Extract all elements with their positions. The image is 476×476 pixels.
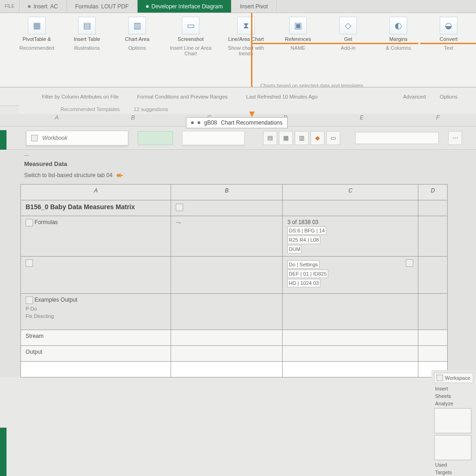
col-header[interactable]: A bbox=[19, 114, 95, 126]
col-header[interactable]: B bbox=[95, 114, 171, 126]
tab-indicator-icon bbox=[146, 5, 149, 8]
sheet-title: Measured Data bbox=[24, 160, 468, 167]
tab-label: Insert bbox=[33, 3, 47, 10]
cell-text: B156_0 Baby Data Measures Matrix bbox=[26, 203, 135, 211]
name-box[interactable]: Workbook bbox=[26, 131, 128, 145]
cell[interactable]: Examples Output P Do Fix Directing bbox=[21, 294, 171, 330]
table-row: Do | Settings DEF | 01 | ID825 HD | 1024… bbox=[21, 257, 448, 294]
side-preview-box[interactable] bbox=[434, 435, 471, 460]
cell[interactable]: Output bbox=[21, 346, 171, 362]
side-item[interactable]: Sheets bbox=[435, 393, 472, 399]
info-link[interactable]: Options bbox=[440, 94, 457, 99]
ribbon-group-convert[interactable]: ◒ Convert Text bbox=[430, 17, 467, 51]
ribbon-label: Convert bbox=[440, 36, 458, 42]
tab-insert[interactable]: Insert AC bbox=[20, 0, 67, 13]
cell[interactable] bbox=[283, 330, 418, 346]
cell[interactable] bbox=[171, 330, 283, 346]
table-col-header[interactable]: D bbox=[418, 185, 448, 200]
cell[interactable] bbox=[21, 362, 171, 377]
cell[interactable] bbox=[171, 200, 283, 216]
tab-developer-active[interactable]: Developer Interface Diagram bbox=[138, 0, 231, 13]
side-item[interactable]: Insert bbox=[435, 386, 472, 391]
cell-text: Output bbox=[26, 349, 42, 355]
screenshot-icon: ▭ bbox=[182, 17, 199, 34]
ribbon-group-get[interactable]: ◇ Get Add-in bbox=[330, 17, 366, 51]
tab-label-ext: AC bbox=[50, 3, 58, 10]
info-link[interactable]: Advanced bbox=[403, 94, 426, 99]
cell[interactable]: Do | Settings DEF | 01 | ID825 HD | 1024… bbox=[283, 257, 418, 294]
cell[interactable] bbox=[171, 346, 283, 362]
table-row: B156_0 Baby Data Measures Matrix bbox=[21, 200, 448, 216]
ribbon-caption: Charts based on selected data and templa… bbox=[260, 83, 364, 87]
cell[interactable]: B156_0 Baby Data Measures Matrix bbox=[21, 200, 171, 216]
cell[interactable]: Formulas bbox=[21, 216, 171, 257]
callout-line-horizontal bbox=[325, 43, 418, 44]
ribbon-label: Insert Table bbox=[74, 36, 100, 42]
sheet-header: — Measured Data Switch to list-based str… bbox=[0, 150, 476, 181]
tool-button[interactable]: ▥ bbox=[295, 131, 309, 145]
tab-label: Developer Interface Diagram bbox=[152, 3, 223, 10]
formula-input[interactable] bbox=[182, 131, 245, 145]
ribbon-group-table[interactable]: ▤ Insert Table Illustrations bbox=[69, 17, 105, 51]
table-col-header[interactable]: C bbox=[283, 185, 418, 200]
name-box-icon bbox=[31, 135, 38, 141]
cell[interactable] bbox=[418, 216, 448, 257]
ribbon-label: Get bbox=[344, 36, 352, 42]
cell-block: Do | Settings bbox=[287, 260, 319, 269]
ribbon-group-linechart[interactable]: ⧗ Line/Area Chart Show chart with trends bbox=[226, 17, 266, 56]
cell[interactable]: ⤳ bbox=[171, 216, 283, 257]
col-header[interactable]: F bbox=[400, 114, 476, 126]
ribbon-sublabel: Insert Line or Area Chart bbox=[169, 45, 212, 56]
side-preview-box[interactable] bbox=[434, 408, 471, 433]
ribbon-group-references[interactable]: ▣ References NAME bbox=[280, 17, 316, 51]
cell[interactable] bbox=[171, 294, 283, 330]
cell[interactable] bbox=[283, 200, 418, 216]
cell[interactable] bbox=[171, 362, 283, 377]
cell[interactable] bbox=[283, 346, 418, 362]
cell[interactable] bbox=[418, 346, 448, 362]
ribbon-group-pivot[interactable]: ▦ PivotTable & Recommended bbox=[19, 17, 55, 51]
cell-icon bbox=[26, 219, 33, 226]
cell[interactable] bbox=[283, 362, 418, 377]
cell-icon bbox=[176, 204, 183, 211]
side-panel-header[interactable]: Workspace bbox=[434, 373, 473, 383]
side-item[interactable]: Targets bbox=[435, 469, 472, 475]
tool-button-highlight[interactable]: ◆ bbox=[311, 131, 324, 145]
cell[interactable] bbox=[418, 294, 448, 330]
ribbon-group-screenshot[interactable]: ▭ Screenshot Insert Line or Area Chart bbox=[169, 17, 212, 56]
cell[interactable] bbox=[283, 294, 418, 330]
cell[interactable] bbox=[21, 257, 171, 294]
cell[interactable]: Stream bbox=[21, 330, 171, 346]
tool-button[interactable]: ▦ bbox=[279, 131, 293, 145]
table-row: Formulas ⤳ 3 of 1838 03 DS:6 | BFG | 14 … bbox=[21, 216, 448, 257]
references-icon: ▣ bbox=[289, 17, 307, 34]
table-row: Stream bbox=[21, 330, 448, 346]
data-table: A B C D B156_0 Baby Data Measures Matrix… bbox=[20, 184, 448, 377]
ribbon-group-margins[interactable]: ◐ Margins & Columns bbox=[380, 17, 416, 51]
cell[interactable] bbox=[418, 257, 448, 294]
cell[interactable]: 3 of 1838 03 DS:6 | BFG | 14 R25 R4 | L0… bbox=[283, 216, 418, 257]
tool-button[interactable]: ⋯ bbox=[448, 131, 462, 145]
ribbon-sublabel: Recommended bbox=[20, 45, 54, 51]
ribbon-group-chart[interactable]: ▥ Chart Area Options bbox=[119, 17, 155, 51]
tab-label: Insert Pivot bbox=[240, 3, 268, 10]
col-header[interactable]: E bbox=[324, 114, 400, 126]
tab-formulas[interactable]: Formulas LOUT PDF bbox=[67, 0, 138, 13]
file-tab[interactable]: FILE bbox=[0, 0, 20, 13]
table-col-header[interactable]: A bbox=[21, 185, 171, 200]
cell-icon bbox=[26, 297, 33, 304]
tool-button[interactable]: ▭ bbox=[326, 131, 340, 145]
addin-icon: ◇ bbox=[339, 17, 357, 34]
ribbon-label: Chart Area bbox=[125, 36, 150, 42]
ribbon-sublabel: & Columns bbox=[386, 45, 411, 51]
side-item[interactable]: Used bbox=[435, 462, 472, 468]
table-col-header[interactable]: B bbox=[171, 185, 283, 200]
cell[interactable] bbox=[418, 200, 448, 216]
cell[interactable] bbox=[171, 257, 283, 294]
tab-pivot[interactable]: Insert Pivot bbox=[231, 0, 277, 13]
side-item[interactable]: Analyze bbox=[435, 401, 472, 406]
tool-button[interactable]: ▤ bbox=[263, 131, 277, 145]
mini-input[interactable] bbox=[355, 132, 439, 144]
cell[interactable] bbox=[418, 330, 448, 346]
selection-indicator[interactable] bbox=[138, 131, 173, 145]
